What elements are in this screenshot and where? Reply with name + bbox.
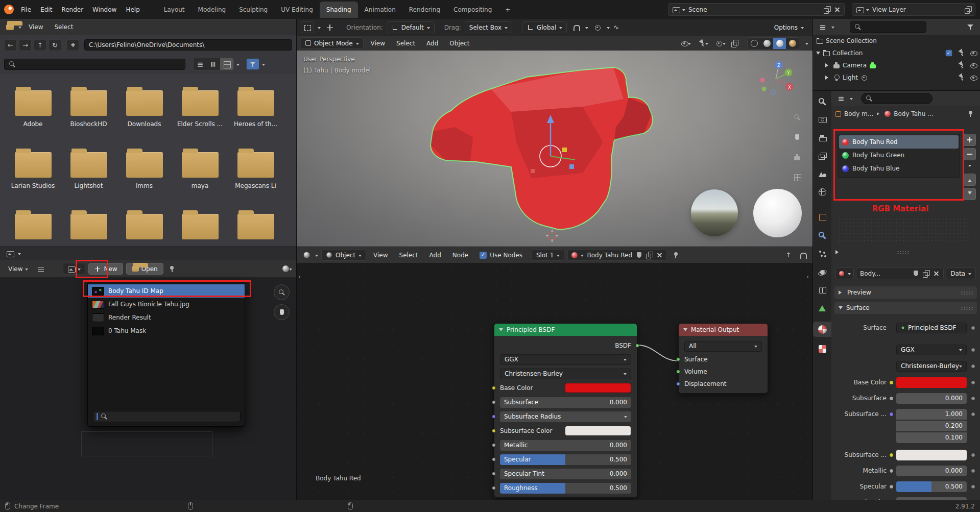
distribution-dropdown[interactable]: GGX [896, 345, 967, 355]
new-scene-icon[interactable] [823, 6, 830, 13]
material-slot[interactable]: Body Tahu Green [839, 149, 959, 162]
surface-input-socket[interactable] [676, 357, 680, 361]
editor-type-outliner-icon[interactable] [817, 21, 828, 33]
folder-item[interactable]: Adobe [5, 90, 61, 152]
unlink-material-icon[interactable] [656, 252, 663, 259]
specular-tint-slider[interactable]: Specular Tint0.000 [500, 469, 631, 479]
image-list-item[interactable]: 0 Tahu Mask [88, 324, 245, 337]
snap-magnet-toggle[interactable] [570, 22, 582, 33]
animate-decorator[interactable] [971, 364, 975, 369]
slot-specials-chevron[interactable] [968, 165, 971, 168]
editor-type-shader-icon[interactable] [301, 250, 312, 261]
subsurface-method-dropdown[interactable]: Christensen-Burley [500, 369, 631, 379]
bsdf-output-socket[interactable] [635, 344, 639, 348]
viewport-add-menu[interactable]: Add [422, 38, 442, 49]
display-thumbnails-button[interactable] [220, 58, 233, 70]
use-nodes-checkbox[interactable] [480, 252, 487, 259]
collapse-node-icon[interactable] [499, 328, 503, 333]
back-button[interactable]: ← [4, 39, 17, 51]
menu-render[interactable]: Render [57, 4, 87, 15]
add-workspace-button[interactable]: + [498, 2, 517, 18]
collapsed-panel-row[interactable] [835, 250, 976, 254]
metallic-socket[interactable] [492, 443, 496, 447]
outliner-search-field[interactable] [850, 21, 926, 33]
viewport-object-menu[interactable]: Object [445, 38, 473, 49]
viewport-zoom-icon[interactable] [792, 112, 803, 123]
scene-selector[interactable]: Scene [668, 3, 845, 16]
file-browser-select-menu[interactable]: Select [50, 21, 77, 33]
base-color-swatch[interactable] [565, 383, 631, 393]
shader-select-menu[interactable]: Select [395, 250, 422, 261]
pin-icon[interactable] [166, 263, 178, 275]
display-settings-chevron[interactable] [236, 64, 240, 67]
material-slot[interactable]: Body Tahu Blue [839, 162, 959, 175]
file-search-field[interactable] [4, 59, 185, 70]
viewport-view-menu[interactable]: View [367, 38, 389, 49]
material-name-field[interactable]: Body... [856, 267, 944, 279]
subsurface-socket[interactable] [492, 400, 496, 404]
tab-modeling[interactable]: Modeling [192, 2, 233, 18]
file-path-input[interactable] [84, 39, 292, 51]
editor-type-image-icon[interactable] [4, 248, 15, 259]
material-datablock-field[interactable]: Body Tahu Red [567, 249, 667, 261]
roughness-slider[interactable]: Roughness0.500 [500, 483, 631, 494]
editor-type-file-browser-icon[interactable] [4, 21, 15, 33]
data-link-dropdown[interactable]: Data [946, 267, 976, 279]
overlays-dropdown[interactable] [715, 40, 726, 47]
displacement-input-socket[interactable] [676, 382, 680, 386]
menu-help[interactable]: Help [122, 4, 144, 15]
volume-input-socket[interactable] [676, 370, 680, 374]
copy-material-icon[interactable] [922, 270, 929, 277]
filter-settings-chevron[interactable] [262, 64, 265, 67]
remove-material-slot-button[interactable] [964, 148, 976, 160]
selectable-toggle-icon[interactable] [958, 50, 965, 57]
hide-toggle-icon[interactable] [970, 62, 977, 69]
collection-exclude-checkbox[interactable] [946, 50, 952, 57]
breadcrumb-object[interactable]: Body m... [844, 110, 873, 117]
go-to-parent-node-icon[interactable]: ↑ [783, 250, 794, 261]
scene-browse-icon[interactable] [672, 6, 679, 13]
subsurface-method-dropdown[interactable]: Christensen-Burley [896, 361, 967, 372]
move-tool-icon[interactable] [324, 22, 336, 33]
drag-grip[interactable] [897, 251, 909, 254]
subsurface-color-swatch[interactable] [896, 450, 967, 460]
shading-wireframe-button[interactable] [748, 38, 760, 49]
shader-node-menu[interactable]: Node [448, 250, 472, 261]
shading-material-preview-button[interactable] [773, 38, 786, 49]
region-toggle-chevron-left[interactable]: ‹ [298, 273, 301, 280]
move-slot-up-button[interactable] [964, 174, 976, 186]
properties-search-field[interactable] [861, 93, 933, 104]
drag-grip[interactable] [961, 291, 973, 295]
node-header[interactable]: Principled BSDF [494, 324, 637, 336]
parent-directory-button[interactable]: ↑ [34, 39, 46, 51]
animate-decorator[interactable] [971, 469, 975, 473]
folder-item[interactable]: maya [172, 152, 228, 214]
specular-socket[interactable] [492, 457, 496, 461]
base-color-socket[interactable] [492, 386, 496, 390]
shader-add-menu[interactable]: Add [425, 250, 445, 261]
gizmos-dropdown[interactable] [698, 40, 708, 47]
disclosure-triangle[interactable] [825, 63, 830, 67]
shader-view-menu[interactable]: View [369, 250, 392, 261]
breadcrumb-material[interactable]: Body Tahu ... [894, 110, 933, 117]
subsurface-slider[interactable]: Subsurface0.000 [500, 397, 631, 408]
pin-icon[interactable] [965, 108, 976, 119]
specular-slider[interactable]: 0.500 [896, 481, 967, 492]
pin-icon[interactable] [670, 250, 681, 261]
folder-item[interactable]: Megascans Li [228, 152, 283, 214]
metallic-slider[interactable]: 0.000 [896, 466, 967, 476]
tab-physics-properties[interactable] [813, 264, 831, 280]
unlink-material-icon[interactable] [933, 270, 940, 277]
viewport-canvas[interactable]: Z Y X User Perspective (1) Tahu | Body m… [297, 51, 812, 247]
move-slot-down-button[interactable] [964, 188, 976, 200]
tab-material-properties[interactable] [813, 322, 831, 337]
animate-decorator[interactable] [971, 453, 975, 457]
drag-grip[interactable] [961, 306, 973, 310]
metallic-slider[interactable]: Metallic0.000 [500, 440, 631, 451]
proportional-settings-chevron[interactable] [607, 27, 610, 31]
viewport-toggle-ortho-icon[interactable] [792, 172, 803, 183]
new-view-layer-icon[interactable] [964, 6, 971, 13]
shader-type-dropdown[interactable]: Object [321, 249, 366, 261]
animate-decorator[interactable] [971, 326, 975, 330]
folder-item[interactable]: Heroes of th... [228, 90, 283, 152]
